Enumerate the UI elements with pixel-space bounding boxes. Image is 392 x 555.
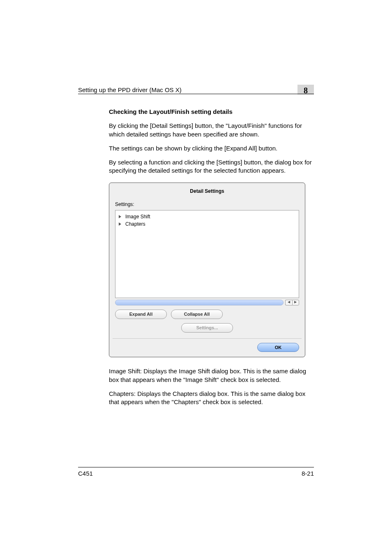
settings-button-row: Settings... (115, 323, 299, 333)
ok-row: OK (115, 343, 299, 352)
paragraph: The settings can be shown by clicking th… (109, 144, 314, 153)
paragraph: Chapters: Displays the Chapters dialog b… (109, 390, 314, 407)
expand-all-button[interactable]: Expand All (115, 310, 167, 319)
ok-button[interactable]: OK (257, 343, 299, 352)
disclosure-triangle-icon[interactable] (119, 222, 121, 226)
expand-collapse-row: Expand All Collapse All (115, 310, 299, 319)
list-item-label: Chapters (125, 221, 145, 227)
scroll-left-button[interactable]: ◀ (285, 300, 292, 305)
detail-settings-dialog: Detail Settings Settings: Image Shift Ch… (109, 183, 305, 358)
collapse-all-button[interactable]: Collapse All (171, 310, 223, 319)
footer-page-number: 8-21 (302, 470, 314, 477)
dialog-separator (113, 338, 302, 339)
list-item[interactable]: Chapters (119, 220, 295, 228)
paragraph: By selecting a function and clicking the… (109, 158, 314, 175)
section-heading: Checking the Layout/Finish setting detai… (109, 108, 314, 116)
running-header: Setting up the PPD driver (Mac OS X) (78, 86, 182, 93)
dialog-title: Detail Settings (115, 188, 299, 194)
paragraph: By clicking the [Detail Settings] button… (109, 122, 314, 139)
scrollbar-arrows: ◀ ▶ (285, 300, 299, 305)
settings-label: Settings: (115, 201, 299, 208)
settings-button[interactable]: Settings... (181, 323, 233, 333)
footer-model: C451 (78, 470, 93, 477)
scrollbar-track[interactable] (115, 300, 284, 305)
header-rule (78, 94, 314, 94)
page-footer: C451 8-21 (78, 467, 314, 477)
scroll-right-button[interactable]: ▶ (292, 300, 300, 305)
content-area: Checking the Layout/Finish setting detai… (109, 108, 314, 412)
list-item-label: Image Shift (125, 213, 150, 220)
chapter-badge: 8 (297, 85, 314, 95)
list-item[interactable]: Image Shift (119, 213, 295, 220)
settings-listbox[interactable]: Image Shift Chapters (115, 210, 299, 298)
paragraph: Image Shift: Displays the Image Shift di… (109, 367, 314, 384)
disclosure-triangle-icon[interactable] (119, 215, 121, 218)
horizontal-scrollbar[interactable]: ◀ ▶ (115, 300, 299, 305)
